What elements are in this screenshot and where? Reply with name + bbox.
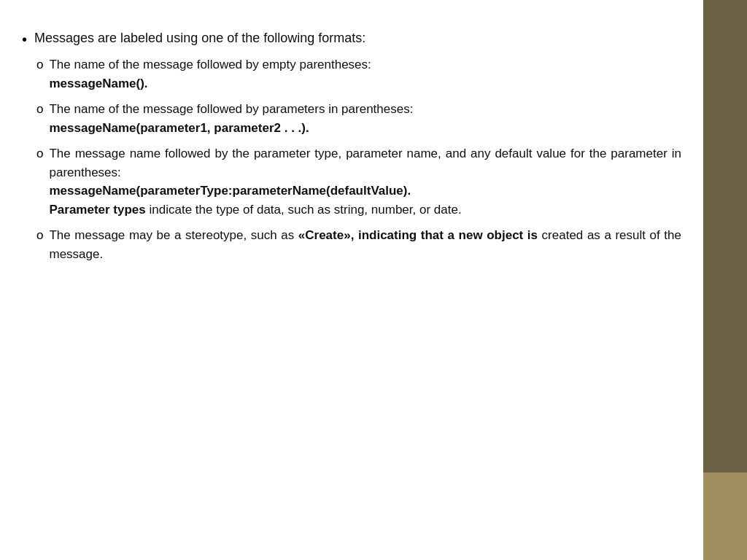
sub-item-1: o The name of the message followed by em…: [36, 55, 681, 93]
bullet-text-1: Messages are labeled using one of the fo…: [34, 29, 365, 47]
sub-text-2: The name of the message followed by para…: [49, 100, 681, 137]
bullet-list: • Messages are labeled using one of the …: [22, 29, 681, 50]
sub-bullet-2: o: [36, 100, 43, 119]
sub-bullet-1: o: [36, 55, 43, 74]
sub4-bold1: «Create», indicating that a new object i…: [298, 228, 542, 242]
main-content: • Messages are labeled using one of the …: [0, 0, 703, 560]
sub-list: o The name of the message followed by em…: [36, 55, 681, 263]
sub-item-4: o The message may be a stereotype, such …: [36, 226, 681, 263]
sub-bullet-3: o: [36, 144, 43, 163]
bullet-item-1: • Messages are labeled using one of the …: [22, 29, 681, 50]
sub-text-1: The name of the message followed by empt…: [49, 55, 681, 93]
sub2-bold: messageName(parameter1, parameter2 . . .…: [49, 121, 309, 135]
sub2-prefix: The name of the message followed by para…: [49, 102, 413, 116]
sub3-bold2: Parameter types: [49, 203, 145, 217]
sub3-prefix: The message name followed by the paramet…: [49, 147, 681, 179]
sub4-prefix: The message may be a stereotype, such as: [49, 228, 298, 242]
sidebar: [703, 0, 747, 560]
sub-bullet-4: o: [36, 226, 43, 245]
sub-item-3: o The message name followed by the param…: [36, 144, 681, 219]
sub3-bold1: messageName(parameterType:parameterName(…: [49, 184, 411, 198]
sidebar-accent: [703, 472, 747, 560]
bullet-dot-1: •: [22, 29, 27, 50]
sub1-bold: messageName().: [49, 77, 147, 90]
sub3-suffix: indicate the type of data, such as strin…: [150, 203, 462, 217]
sub-item-2: o The name of the message followed by pa…: [36, 100, 681, 137]
sub1-prefix: The name of the message followed by empt…: [49, 58, 371, 71]
sub-text-4: The message may be a stereotype, such as…: [49, 226, 681, 263]
sub-text-3: The message name followed by the paramet…: [49, 144, 681, 219]
